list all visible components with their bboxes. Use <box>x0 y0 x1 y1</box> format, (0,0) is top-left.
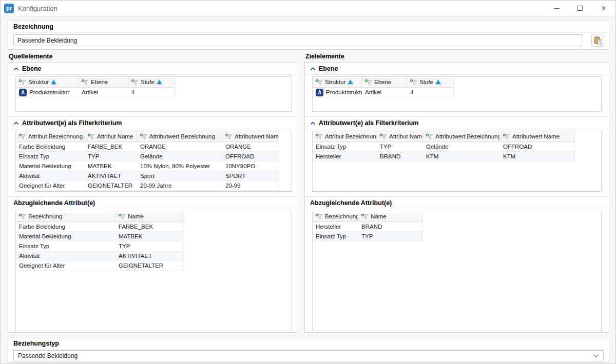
column-label: Name <box>128 213 144 219</box>
column-label: Struktur <box>28 79 49 85</box>
section-header-filter[interactable]: Attributwert(e) als Filterkriterium <box>305 117 609 129</box>
filter-funnel-add-icon[interactable] <box>315 79 323 86</box>
filter-funnel-add-icon[interactable] <box>503 133 510 140</box>
table-row[interactable]: AProduktstrukturArtikel4 <box>313 88 454 97</box>
bezeichnung-panel: Bezeichnung <box>8 20 609 50</box>
table-cell: GEIGNETALTER <box>85 181 137 190</box>
minimize-button[interactable] <box>545 1 568 16</box>
filter-funnel-add-icon[interactable] <box>131 79 139 86</box>
cell-text: AKTIVITAET <box>88 173 121 179</box>
table-cell: FARBE_BEK <box>116 222 183 231</box>
paste-button[interactable] <box>591 34 604 47</box>
table-row[interactable]: HerstellerBRANDKTMKTM <box>313 152 575 161</box>
filter-funnel-add-icon[interactable] <box>118 213 126 220</box>
cell-text: 4 <box>410 89 413 95</box>
cell-text: KTM <box>426 153 438 159</box>
column-header-attribut-bezeichnung[interactable]: Attribut Bezeichnung <box>313 131 377 141</box>
column-header-name[interactable]: Name <box>116 211 183 221</box>
filter-funnel-add-icon[interactable] <box>87 133 95 140</box>
column-label: Attributwert Bezeichnung <box>149 133 215 139</box>
cell-text: Sport <box>140 173 155 179</box>
collapse-chevron-up-icon[interactable] <box>310 122 316 125</box>
filter-funnel-add-icon[interactable] <box>18 213 26 220</box>
column-header-attributwert-name[interactable]: Attributwert Name <box>222 131 279 141</box>
column-header-attribut-bezeichnung[interactable]: Attribut Bezeichnung <box>16 131 85 141</box>
table-row[interactable]: Einsatz TypTYP <box>16 241 183 251</box>
filter-funnel-add-icon[interactable] <box>315 133 323 140</box>
filter-funnel-add-icon[interactable] <box>410 79 417 86</box>
column-header-attribut-name[interactable]: Attribut Name <box>85 131 137 141</box>
table-cell: KTM <box>423 152 500 161</box>
section-header-filter[interactable]: Attributwert(e) als Filterkriterium <box>8 117 297 129</box>
column-label: Attribut Name <box>97 133 133 139</box>
filter-funnel-add-icon[interactable] <box>81 79 89 86</box>
filter-funnel-add-icon[interactable] <box>225 133 233 140</box>
sort-priority-1-icon: 1 <box>348 79 353 85</box>
table-cell: Material-Bekleidung <box>16 161 85 171</box>
collapse-chevron-up-icon[interactable] <box>13 67 19 71</box>
table-row[interactable]: AktivitätAKTIVITAET <box>16 251 183 261</box>
filter-funnel-add-icon[interactable] <box>364 79 372 86</box>
column-header-ebene[interactable]: Ebene <box>362 77 407 87</box>
table-row[interactable]: Geeignet für AlterGEIGNETALTER <box>16 261 183 271</box>
table-row[interactable]: AktivitätAKTIVITAETSportSPORT <box>16 171 279 181</box>
cell-text: AKTIVITAET <box>119 253 152 259</box>
table-cell: FARBE_BEK <box>85 142 137 151</box>
section-title: Abzugleichende Attribut(e) <box>13 199 95 207</box>
column-header-attributwert-bezeichnung[interactable]: Attributwert Bezeichnung <box>423 131 500 141</box>
svg-text:A: A <box>318 90 321 95</box>
section-header-ebene[interactable]: Ebene <box>305 63 609 75</box>
column-header-bezeichnung[interactable]: Bezeichnung <box>16 211 116 221</box>
section-ebene: EbeneStruktur1EbeneStufe2AProduktstruktu… <box>305 63 609 112</box>
filter-funnel-add-icon[interactable] <box>379 133 387 140</box>
column-header-bezeichnung[interactable]: Bezeichnung <box>313 211 358 221</box>
column-header-name[interactable]: Name <box>358 211 422 221</box>
table-row[interactable]: Farbe BekleidungFARBE_BEKORANGEORANGE <box>16 142 279 152</box>
column-header-struktur[interactable]: Struktur1 <box>313 77 362 87</box>
window-controls: ✕ <box>545 1 615 16</box>
beziehungstyp-select[interactable]: Passende Bekleidung <box>13 350 604 361</box>
table-row[interactable]: HerstellerBRAND <box>313 222 423 232</box>
table-filter: Attribut BezeichnungAttribut NameAttribu… <box>312 131 602 192</box>
cell-text: Hersteller <box>316 153 341 159</box>
bezeichnung-input[interactable] <box>13 34 583 46</box>
table-row[interactable]: Einsatz TypTYPGeländeOFFROAD <box>313 142 575 152</box>
column-header-attribut-name[interactable]: Attribut Name <box>377 131 423 141</box>
table-row[interactable]: Geeignet für AlterGEIGNETALTER20-99 Jahr… <box>16 181 279 191</box>
column-header-ebene[interactable]: Ebene <box>79 77 128 87</box>
table-cell: OFFROAD <box>500 142 574 151</box>
column-label: Struktur <box>325 79 345 85</box>
cell-text: FARBE_BEK <box>119 224 153 230</box>
table-cell: Aktivität <box>16 251 116 260</box>
filter-funnel-add-icon[interactable] <box>18 133 26 140</box>
column-header-attributwert-name[interactable]: Attributwert Name <box>500 131 574 141</box>
table-row[interactable]: Farbe BekleidungFARBE_BEK <box>16 222 183 232</box>
table-row[interactable]: AProduktstrukturArtikel4 <box>16 88 175 97</box>
filter-funnel-add-icon[interactable] <box>140 133 147 140</box>
column-header-attributwert-bezeichnung[interactable]: Attributwert Bezeichnung <box>137 131 222 141</box>
column-label: Ebene <box>374 79 391 85</box>
column-header-struktur[interactable]: Struktur1 <box>16 77 79 87</box>
maximize-button[interactable] <box>568 1 592 16</box>
filter-funnel-add-icon[interactable] <box>361 213 369 220</box>
collapse-chevron-up-icon[interactable] <box>310 67 316 71</box>
table-cell: Hersteller <box>313 222 358 231</box>
section-header-ebene[interactable]: Ebene <box>8 63 297 75</box>
table-row[interactable]: Material-BekleidungMATBEK10% Nylon, 90% … <box>16 161 279 171</box>
column-header-stufe[interactable]: Stufe2 <box>407 77 453 87</box>
filter-funnel-add-icon[interactable] <box>18 79 26 86</box>
collapse-chevron-up-icon[interactable] <box>13 122 19 125</box>
sort-priority-2-icon: 2 <box>435 79 441 85</box>
table-row[interactable]: Material-BekleidungMATBEK <box>16 232 183 241</box>
table-cell: BRAND <box>377 152 423 161</box>
table-row[interactable]: Einsatz TypTYP <box>313 232 423 241</box>
filter-funnel-add-icon[interactable] <box>315 213 323 220</box>
cell-text: TYP <box>361 233 373 239</box>
table-cell: Geeignet für Alter <box>16 181 85 190</box>
table-row[interactable]: Einsatz TypTYPGeländeOFFROAD <box>16 152 279 161</box>
filter-funnel-add-icon[interactable] <box>426 133 433 140</box>
column-header-stufe[interactable]: Stufe2 <box>128 77 175 87</box>
table-cell: Aktivität <box>16 171 85 180</box>
bezeichnung-label: Bezeichnung <box>8 21 609 33</box>
close-button[interactable]: ✕ <box>592 1 615 16</box>
